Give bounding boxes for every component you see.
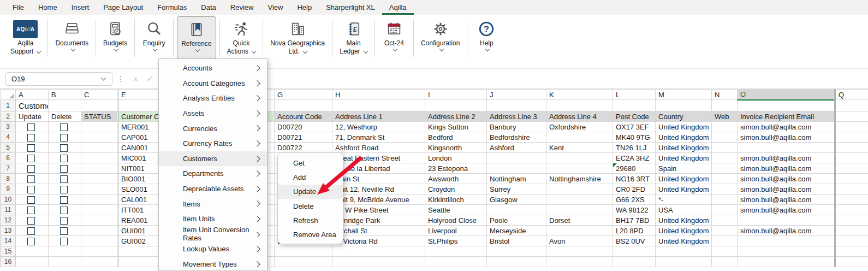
cell-M6[interactable]: United Kingdom bbox=[656, 153, 712, 163]
cell-L4[interactable]: MK40 9TG bbox=[613, 132, 656, 143]
menu-item-customers[interactable]: Customers bbox=[159, 151, 267, 167]
cell-H8[interactable]: Main St bbox=[332, 174, 425, 184]
cell-K7[interactable] bbox=[546, 163, 613, 174]
cell-Q6[interactable] bbox=[835, 153, 868, 163]
cell-E15[interactable] bbox=[118, 246, 159, 257]
cell-H7[interactable]: da. de la Libertad bbox=[332, 163, 425, 174]
cell-Q12[interactable] bbox=[835, 215, 868, 226]
cell-J10[interactable]: Glasgow bbox=[487, 195, 546, 205]
cell-J1[interactable] bbox=[487, 100, 546, 111]
cell-J9[interactable]: Surrey bbox=[487, 184, 546, 195]
menu-tab-view[interactable]: View bbox=[260, 0, 290, 15]
cell-B3[interactable] bbox=[49, 122, 81, 132]
column-header-M[interactable]: M bbox=[656, 90, 712, 100]
cell-C10[interactable] bbox=[81, 195, 118, 205]
select-all-corner[interactable] bbox=[1, 90, 16, 100]
cell-J13[interactable]: Merseyside bbox=[487, 226, 546, 236]
cell-N14[interactable] bbox=[712, 236, 738, 246]
column-header-B[interactable]: B bbox=[49, 90, 81, 100]
cell-G5[interactable]: D00722 bbox=[275, 143, 332, 153]
row-header-14[interactable]: 14 bbox=[1, 236, 16, 246]
column-header-J[interactable]: J bbox=[487, 90, 546, 100]
cell-O12[interactable] bbox=[738, 215, 835, 226]
cell-L10[interactable]: G66 2XS bbox=[613, 195, 656, 205]
column-header-N[interactable]: N bbox=[712, 90, 738, 100]
column-header-A[interactable]: A bbox=[16, 90, 49, 100]
cell-H14[interactable]: 6, Victoria Rd bbox=[332, 236, 425, 246]
cell-E13[interactable]: GUI001 bbox=[118, 226, 159, 236]
cell-M5[interactable]: United Kingdom bbox=[656, 143, 712, 153]
cell-C5[interactable] bbox=[81, 143, 118, 153]
cell-M15[interactable] bbox=[656, 246, 712, 257]
cell-K1[interactable] bbox=[546, 100, 613, 111]
row-header-2[interactable]: 2 bbox=[1, 111, 16, 122]
cell-B7[interactable] bbox=[49, 163, 81, 174]
row-header-16[interactable]: 16 bbox=[1, 257, 16, 267]
formula-input[interactable] bbox=[172, 69, 868, 89]
cell-Q9[interactable] bbox=[835, 184, 868, 195]
cell-G2[interactable]: Account Code bbox=[275, 111, 332, 122]
cell-M12[interactable]: United Kingdom bbox=[656, 215, 712, 226]
cell-H12[interactable]: Benridge Park bbox=[332, 215, 425, 226]
cell-B12[interactable] bbox=[49, 215, 81, 226]
cell-K4[interactable] bbox=[546, 132, 613, 143]
cell-Q16[interactable] bbox=[835, 257, 868, 267]
cell-C9[interactable] bbox=[81, 184, 118, 195]
name-box[interactable]: O19 bbox=[5, 72, 112, 86]
cell-Q14[interactable] bbox=[835, 236, 868, 246]
delete-checkbox-row8[interactable] bbox=[60, 175, 68, 183]
cell-B11[interactable] bbox=[49, 205, 81, 215]
cell-G3[interactable]: D00720 bbox=[275, 122, 332, 132]
cell-Q5[interactable] bbox=[835, 143, 868, 153]
cell-A4[interactable] bbox=[16, 132, 49, 143]
submenu-item-get[interactable]: Get bbox=[278, 156, 343, 170]
cell-H11[interactable]: 43 W Pike Street bbox=[332, 205, 425, 215]
cell-A13[interactable] bbox=[16, 226, 49, 236]
cell-J4[interactable]: Bedfordshire bbox=[487, 132, 546, 143]
column-header-E[interactable]: E bbox=[118, 90, 159, 100]
cell-C4[interactable] bbox=[81, 132, 118, 143]
cell-L15[interactable] bbox=[613, 246, 656, 257]
update-checkbox-row3[interactable] bbox=[27, 123, 35, 131]
cell-C8[interactable] bbox=[81, 174, 118, 184]
cell-M1[interactable] bbox=[656, 100, 712, 111]
cell-H4[interactable]: 71, Denmark St bbox=[332, 132, 425, 143]
cell-C14[interactable] bbox=[81, 236, 118, 246]
menu-tab-file[interactable]: File bbox=[5, 0, 31, 15]
menu-item-movement-types[interactable]: Movement Types bbox=[159, 257, 267, 271]
menu-tab-formulas[interactable]: Formulas bbox=[150, 0, 194, 15]
cell-H10[interactable]: Unit 9, McBride Avenue bbox=[332, 195, 425, 205]
cell-L6[interactable]: EC2A 3HZ bbox=[613, 153, 656, 163]
update-checkbox-row11[interactable] bbox=[27, 207, 35, 214]
cell-H15[interactable] bbox=[332, 246, 425, 257]
submenu-item-refresh[interactable]: Refresh bbox=[278, 213, 343, 227]
delete-checkbox-row3[interactable] bbox=[60, 123, 68, 131]
update-checkbox-row5[interactable] bbox=[27, 144, 35, 152]
cell-A2[interactable]: Update bbox=[16, 111, 49, 122]
cancel-icon[interactable]: × bbox=[133, 74, 138, 84]
cell-N7[interactable] bbox=[712, 163, 738, 174]
menu-item-item-unit-conversion-rates[interactable]: Item Unit Conversion Rates bbox=[159, 227, 267, 242]
cell-A6[interactable] bbox=[16, 153, 49, 163]
cell-K16[interactable] bbox=[546, 257, 613, 267]
cell-K6[interactable] bbox=[546, 153, 613, 163]
cell-C16[interactable] bbox=[81, 257, 118, 267]
cell-E2[interactable]: Customer Code bbox=[118, 111, 159, 122]
delete-checkbox-row12[interactable] bbox=[60, 217, 68, 225]
cell-I10[interactable]: Kirkintilloch bbox=[425, 195, 487, 205]
cell-M3[interactable]: United Kingdom bbox=[656, 122, 712, 132]
cell-Q4[interactable] bbox=[835, 132, 868, 143]
cell-N5[interactable] bbox=[712, 143, 738, 153]
cell-A5[interactable] bbox=[16, 143, 49, 153]
cell-J15[interactable] bbox=[487, 246, 546, 257]
cell-M14[interactable]: United Kingdom bbox=[656, 236, 712, 246]
cell-M2[interactable]: Country bbox=[656, 111, 712, 122]
cell-N12[interactable] bbox=[712, 215, 738, 226]
cell-L1[interactable] bbox=[613, 100, 656, 111]
row-header-5[interactable]: 5 bbox=[1, 143, 16, 153]
update-checkbox-row13[interactable] bbox=[27, 227, 35, 235]
cell-J5[interactable]: Ashford bbox=[487, 143, 546, 153]
cell-M16[interactable] bbox=[656, 257, 712, 267]
row-header-4[interactable]: 4 bbox=[1, 132, 16, 143]
cell-B8[interactable] bbox=[49, 174, 81, 184]
